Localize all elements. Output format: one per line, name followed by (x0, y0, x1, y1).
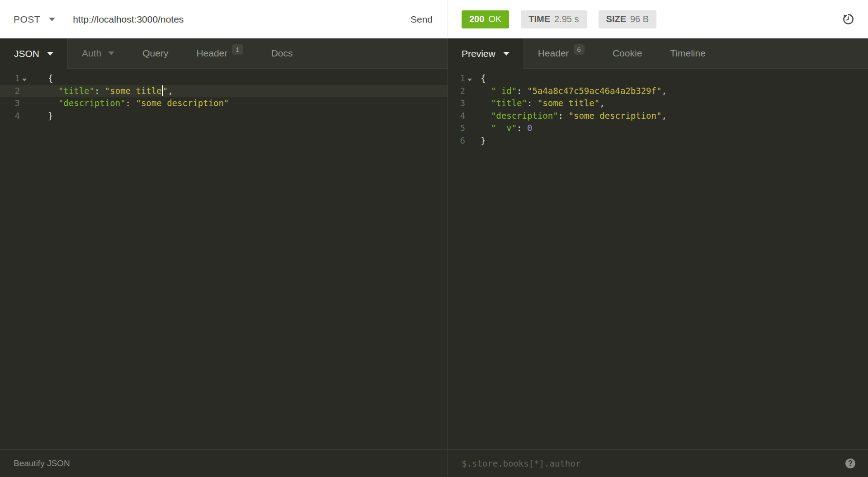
request-pane: POST http://localhost:3000/notes Send JS… (0, 0, 448, 477)
code-token (48, 86, 58, 96)
send-button[interactable]: Send (410, 9, 433, 29)
tab-label: Header (196, 48, 227, 59)
tab-count-badge: 1 (232, 44, 243, 55)
line-number: 6 (448, 135, 465, 147)
code-token: : (517, 123, 527, 133)
gutter-fold-slot (465, 79, 474, 81)
response-history-button[interactable] (842, 13, 854, 25)
code-token: , (168, 86, 173, 96)
chevron-down-icon (503, 52, 509, 56)
tab-label: Cookie (613, 48, 642, 59)
request-url-bar: POST http://localhost:3000/notes Send (0, 0, 448, 38)
tab-label: Query (142, 48, 168, 59)
line-number: 2 (0, 85, 20, 98)
code-token: { (481, 73, 486, 83)
request-body-editor[interactable]: 1{2 "title": "some title",3 "description… (0, 69, 448, 449)
code-token: , (599, 98, 604, 108)
code-token: "title" (491, 98, 527, 108)
chevron-down-icon (47, 52, 53, 56)
tab-json[interactable]: JSON (0, 38, 67, 69)
line-number: 5 (448, 122, 465, 135)
code-token: : (94, 86, 105, 96)
code-token: , (661, 111, 666, 121)
code-token: : (126, 98, 136, 108)
tab-label: Timeline (670, 48, 706, 59)
tab-label: JSON (14, 48, 39, 59)
status-code: 200 (469, 14, 484, 24)
code-text: } (481, 135, 486, 147)
fold-caret-icon[interactable] (22, 79, 27, 81)
code-token (481, 123, 491, 133)
question-mark-icon[interactable]: ? (845, 458, 855, 468)
fold-caret-icon[interactable] (467, 79, 472, 81)
code-text: "_id": "5a4a8c47c59ac46a4a2b329f", (481, 85, 667, 98)
code-line: 1{ (448, 72, 868, 85)
history-icon (842, 13, 854, 25)
method-dropdown[interactable]: POST (14, 14, 40, 25)
time-label: TIME (528, 14, 550, 24)
response-filter-input[interactable] (462, 458, 837, 468)
tab-preview[interactable]: Preview (448, 38, 524, 69)
code-token: "some title" (538, 98, 599, 108)
code-token (48, 98, 58, 108)
code-token (481, 111, 491, 121)
response-tabbar: PreviewHeader6CookieTimeline (448, 38, 868, 69)
tab-header[interactable]: Header6 (524, 38, 599, 68)
code-text: { (481, 72, 486, 85)
code-text: "description": "some description" (48, 97, 229, 110)
response-meta-bar: 200 OK TIME 2.95 s SIZE 96 B (448, 0, 868, 38)
code-line: 1{ (0, 72, 448, 85)
pane-divider-dark (448, 38, 448, 477)
tabstrip: Header6CookieTimeline (524, 38, 868, 69)
code-line: 4 "description": "some description", (448, 110, 868, 122)
tab-cookie[interactable]: Cookie (599, 38, 656, 68)
code-token: : (517, 86, 527, 96)
tab-timeline[interactable]: Timeline (656, 38, 720, 68)
code-text: "title": "some title", (48, 85, 173, 98)
time-badge: TIME 2.95 s (521, 10, 586, 28)
code-token: "_id" (491, 86, 517, 96)
tab-query[interactable]: Query (128, 38, 182, 68)
line-number: 1 (0, 72, 20, 85)
tab-header[interactable]: Header1 (182, 38, 257, 68)
url-input[interactable]: http://localhost:3000/notes (73, 14, 184, 25)
size-badge: SIZE 96 B (599, 10, 657, 28)
code-token: " (163, 86, 168, 96)
code-token: "5a4a8c47c59ac46a4a2b329f" (527, 86, 661, 96)
tab-docs[interactable]: Docs (257, 38, 307, 68)
code-line: 4} (0, 110, 448, 122)
code-token: 0 (527, 123, 532, 133)
pane-drag-handle[interactable] (448, 0, 448, 477)
chevron-down-icon[interactable] (49, 18, 55, 21)
code-token (481, 98, 491, 108)
tabstrip: AuthQueryHeader1Docs (67, 38, 448, 69)
status-badge: 200 OK (462, 10, 509, 28)
code-token: "some description" (569, 111, 662, 121)
tab-auth[interactable]: Auth (68, 38, 128, 68)
request-tabbar: JSONAuthQueryHeader1Docs (0, 38, 448, 69)
code-token: } (481, 136, 486, 145)
size-value: 96 B (630, 14, 649, 24)
response-pane: 200 OK TIME 2.95 s SIZE 96 B PreviewHead… (448, 0, 868, 477)
chevron-down-icon (108, 51, 114, 55)
code-token: { (48, 73, 53, 83)
request-footer: Beautify JSON (0, 449, 448, 477)
line-number: 3 (448, 97, 465, 110)
status-text: OK (488, 14, 501, 24)
line-number: 2 (448, 85, 465, 98)
tab-count-badge: 6 (574, 44, 585, 55)
code-line: 3 "title": "some title", (448, 97, 868, 110)
response-body-viewer[interactable]: 1{2 "_id": "5a4a8c47c59ac46a4a2b329f",3 … (448, 69, 868, 449)
line-number: 1 (448, 72, 465, 85)
code-token: } (48, 111, 53, 121)
tab-label: Docs (271, 48, 293, 59)
code-token: "title" (58, 86, 94, 96)
code-token: : (558, 111, 569, 121)
size-label: SIZE (606, 14, 626, 24)
pane-divider-light (448, 0, 448, 38)
code-token: "description" (491, 111, 558, 121)
beautify-json-button[interactable]: Beautify JSON (14, 458, 70, 468)
code-token: , (661, 86, 666, 96)
tab-label: Header (538, 48, 569, 59)
code-line: 6} (448, 135, 868, 147)
